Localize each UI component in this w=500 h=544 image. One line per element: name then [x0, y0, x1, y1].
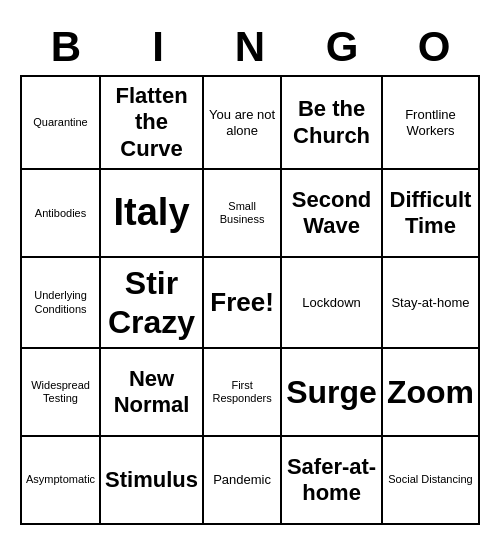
cell-text: Underlying Conditions [26, 289, 95, 315]
header-letter: N [204, 19, 296, 75]
cell-text: Difficult Time [387, 187, 474, 240]
bingo-cell[interactable]: Widespread Testing [22, 349, 101, 437]
cell-text: Antibodies [35, 207, 86, 220]
cell-text: Widespread Testing [26, 379, 95, 405]
cell-text: Surge [286, 373, 377, 411]
cell-text: Small Business [208, 200, 276, 226]
bingo-card: BINGO QuarantineFlatten the CurveYou are… [10, 9, 490, 535]
cell-text: Free! [210, 287, 274, 318]
bingo-grid: QuarantineFlatten the CurveYou are not a… [20, 75, 480, 525]
bingo-cell[interactable]: First Responders [204, 349, 282, 437]
cell-text: Quarantine [33, 116, 87, 129]
bingo-cell[interactable]: Stimulus [101, 437, 204, 525]
cell-text: First Responders [208, 379, 276, 405]
cell-text: Flatten the Curve [105, 83, 198, 162]
bingo-cell[interactable]: Social Distancing [383, 437, 480, 525]
bingo-cell[interactable]: Be the Church [282, 77, 383, 170]
cell-text: Second Wave [286, 187, 377, 240]
bingo-cell[interactable]: Pandemic [204, 437, 282, 525]
bingo-cell[interactable]: Lockdown [282, 258, 383, 349]
cell-text: Social Distancing [388, 473, 472, 486]
header-letter: O [388, 19, 480, 75]
cell-text: Stimulus [105, 467, 198, 493]
bingo-cell[interactable]: Zoom [383, 349, 480, 437]
header-letter: G [296, 19, 388, 75]
bingo-cell[interactable]: Italy [101, 170, 204, 258]
bingo-cell[interactable]: You are not alone [204, 77, 282, 170]
cell-text: New Normal [105, 366, 198, 419]
cell-text: Asymptomatic [26, 473, 95, 486]
header-letter: I [112, 19, 204, 75]
bingo-cell[interactable]: Underlying Conditions [22, 258, 101, 349]
bingo-cell[interactable]: Safer-at-home [282, 437, 383, 525]
bingo-cell[interactable]: New Normal [101, 349, 204, 437]
bingo-cell[interactable]: Asymptomatic [22, 437, 101, 525]
cell-text: Italy [114, 190, 190, 236]
bingo-cell[interactable]: Stay-at-home [383, 258, 480, 349]
bingo-cell[interactable]: Free! [204, 258, 282, 349]
cell-text: Frontline Workers [387, 107, 474, 138]
cell-text: Stay-at-home [391, 295, 469, 311]
bingo-cell[interactable]: Difficult Time [383, 170, 480, 258]
cell-text: Zoom [387, 373, 474, 411]
bingo-cell[interactable]: Stir Crazy [101, 258, 204, 349]
cell-text: Stir Crazy [105, 264, 198, 341]
cell-text: Be the Church [286, 96, 377, 149]
bingo-cell[interactable]: Frontline Workers [383, 77, 480, 170]
bingo-cell[interactable]: Small Business [204, 170, 282, 258]
cell-text: Lockdown [302, 295, 361, 311]
bingo-cell[interactable]: Surge [282, 349, 383, 437]
cell-text: You are not alone [208, 107, 276, 138]
bingo-cell[interactable]: Antibodies [22, 170, 101, 258]
bingo-cell[interactable]: Second Wave [282, 170, 383, 258]
header-letter: B [20, 19, 112, 75]
bingo-cell[interactable]: Flatten the Curve [101, 77, 204, 170]
bingo-header: BINGO [20, 19, 480, 75]
cell-text: Pandemic [213, 472, 271, 488]
bingo-cell[interactable]: Quarantine [22, 77, 101, 170]
cell-text: Safer-at-home [286, 454, 377, 507]
